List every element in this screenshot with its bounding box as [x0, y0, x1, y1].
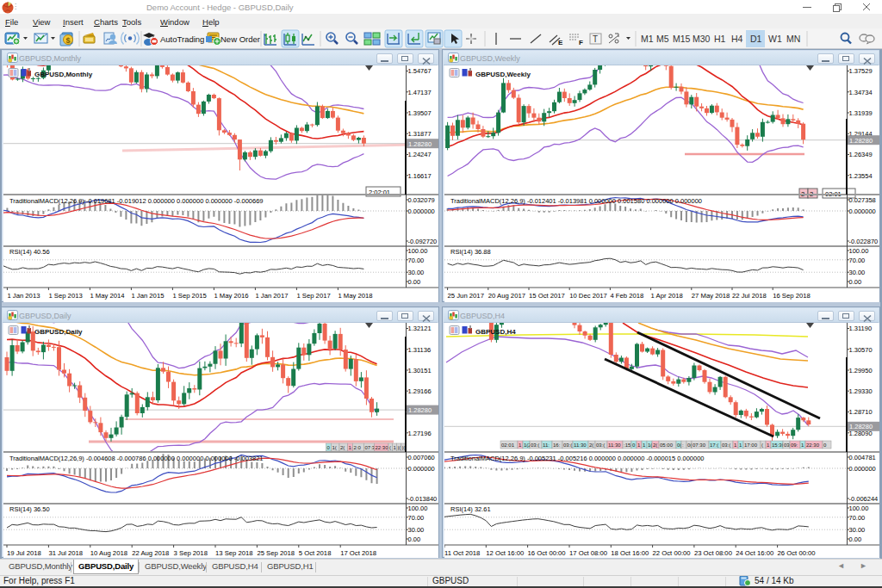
svg-text:30.00: 30.00	[849, 526, 866, 534]
svg-text:11:30: 11:30	[574, 443, 587, 448]
svg-text:1 Jan 2017: 1 Jan 2017	[255, 292, 288, 300]
svg-text:TraditionalMACD(12,26,9) -0.01: TraditionalMACD(12,26,9) -0.019681 -0.01…	[9, 197, 264, 205]
svg-text:0(: 0(	[677, 443, 681, 448]
svg-text:22:30: 22:30	[376, 445, 389, 450]
svg-text:0.027358: 0.027358	[849, 196, 876, 204]
svg-text:MN: MN	[786, 34, 800, 44]
svg-text:-0.022870: -0.022870	[849, 238, 879, 245]
svg-text:1.39507: 1.39507	[408, 109, 432, 117]
svg-text:1.16617: 1.16617	[408, 172, 432, 180]
svg-text:F: F	[579, 39, 583, 46]
svg-text:GBPUSD,Daily: GBPUSD,Daily	[34, 328, 83, 336]
svg-text:2(: 2(	[653, 443, 657, 448]
svg-text:1.31877: 1.31877	[408, 130, 432, 138]
svg-text:100.00: 100.00	[849, 504, 869, 512]
svg-text:4 Feb 2018: 4 Feb 2018	[610, 292, 643, 300]
svg-text:03:(: 03:(	[722, 443, 730, 448]
svg-text:05:00: 05:00	[660, 443, 674, 448]
svg-text:0.004781: 0.004781	[849, 454, 876, 461]
svg-text:1 May 2014: 1 May 2014	[90, 292, 125, 300]
svg-text:RSI(14) 36.50: RSI(14) 36.50	[9, 505, 50, 513]
svg-text:24 Oct 16:00: 24 Oct 16:00	[736, 549, 773, 557]
svg-text:|(: |(	[398, 445, 401, 450]
svg-text:16:: 16:	[553, 443, 561, 448]
svg-text:$: $	[66, 36, 71, 45]
svg-text:1.32121: 1.32121	[408, 325, 432, 332]
svg-text:03:(: 03:(	[596, 443, 605, 448]
svg-text:25 Sep 2018: 25 Sep 2018	[257, 549, 295, 557]
svg-text:1 Jan 2015: 1 Jan 2015	[131, 292, 164, 300]
svg-text:1.24247: 1.24247	[408, 151, 432, 158]
svg-text:1 Apr 2018: 1 Apr 2018	[651, 292, 683, 300]
svg-text:1.30151: 1.30151	[408, 367, 432, 374]
svg-text:1.23554: 1.23554	[849, 172, 873, 180]
svg-text:1(: 1(	[648, 443, 652, 448]
svg-text:1 Sep 2013: 1 Sep 2013	[48, 292, 82, 300]
svg-text:17:00: 17:00	[744, 443, 758, 448]
svg-text:TraditionalMACD(12,26,9) -0.01: TraditionalMACD(12,26,9) -0.012401 -0.01…	[450, 197, 702, 205]
svg-text:5 Oct 2018: 5 Oct 2018	[299, 549, 332, 557]
svg-text:|(: |(	[402, 445, 406, 450]
svg-text:0.00: 0.00	[849, 535, 862, 543]
svg-text:-0.006244: -0.006244	[849, 495, 879, 503]
svg-text:31 Jul 2018: 31 Jul 2018	[48, 549, 83, 557]
svg-text:18 Oct 16:00: 18 Oct 16:00	[611, 549, 649, 557]
svg-text:GBPUSD,Monthly: GBPUSD,Monthly	[34, 71, 93, 78]
svg-text:1.54767: 1.54767	[408, 67, 432, 75]
svg-text:1.34734: 1.34734	[849, 89, 873, 96]
svg-text:13 Sep 2018: 13 Sep 2018	[215, 549, 253, 557]
svg-text:GBPUSD,H4: GBPUSD,H4	[475, 328, 516, 336]
svg-text:D1: D1	[750, 34, 762, 44]
svg-text:02:01: 02:01	[501, 443, 515, 448]
svg-text:70.00: 70.00	[849, 257, 866, 264]
svg-text:1.28280: 1.28280	[849, 137, 873, 145]
svg-text:1.27196: 1.27196	[408, 430, 432, 437]
svg-text:1.31136: 1.31136	[408, 346, 432, 354]
svg-text:100.00: 100.00	[408, 247, 428, 255]
svg-text:GBPUSD,Weekly: GBPUSD,Weekly	[475, 71, 531, 78]
svg-text:22 Jul 2018: 22 Jul 2018	[732, 292, 767, 300]
svg-text:30.00: 30.00	[408, 269, 425, 276]
svg-text:17 Oct 2018: 17 Oct 2018	[340, 549, 376, 557]
svg-text:H4: H4	[731, 34, 743, 44]
svg-text:-0.013840: -0.013840	[408, 495, 438, 503]
svg-text:10 Dec 2017: 10 Dec 2017	[569, 292, 607, 300]
svg-text:M5: M5	[656, 34, 669, 44]
svg-text:0.032079: 0.032079	[408, 196, 435, 204]
svg-text:0.000000: 0.000000	[849, 465, 876, 473]
svg-text:0.00: 0.00	[408, 535, 421, 543]
svg-text:E: E	[558, 39, 563, 46]
svg-text:1.28710: 1.28710	[849, 408, 873, 416]
svg-text:1.28280: 1.28280	[408, 406, 432, 414]
svg-text:15 Oct 2017: 15 Oct 2017	[529, 292, 565, 300]
svg-text:RSI(14) 36.88: RSI(14) 36.88	[450, 248, 491, 256]
svg-text:New Order: New Order	[220, 34, 260, 44]
svg-text:1.29166: 1.29166	[408, 387, 432, 395]
svg-text:H1: H1	[714, 34, 726, 44]
svg-text:30.00: 30.00	[849, 269, 866, 276]
svg-text:1.28280: 1.28280	[849, 423, 873, 430]
svg-text:(: (	[761, 443, 763, 448]
svg-text:1 Sep 2015: 1 Sep 2015	[172, 292, 206, 300]
svg-text:10 Aug 2018: 10 Aug 2018	[90, 549, 127, 557]
svg-text:16 Sep 2018: 16 Sep 2018	[773, 292, 811, 300]
svg-text:19 Jul 2018: 19 Jul 2018	[7, 549, 41, 557]
svg-text:22 Oct 00:00: 22 Oct 00:00	[653, 549, 691, 557]
svg-text:1.31190: 1.31190	[849, 325, 873, 332]
svg-text:70.00: 70.00	[408, 514, 425, 522]
svg-text:M15: M15	[673, 34, 691, 44]
svg-text:70.00: 70.00	[408, 257, 425, 264]
svg-text:T: T	[593, 34, 598, 44]
svg-text:2(: 2(	[589, 443, 593, 448]
svg-text:23 Oct 08:00: 23 Oct 08:00	[694, 549, 732, 557]
svg-text:M30: M30	[693, 34, 711, 44]
svg-text:1 Jan 2013: 1 Jan 2013	[7, 292, 40, 300]
svg-text:03:(: 03:(	[531, 443, 539, 448]
svg-text:0(: 0(	[687, 443, 692, 448]
svg-text:M1: M1	[641, 34, 654, 44]
svg-text:27 May 2018: 27 May 2018	[692, 292, 730, 300]
svg-text:0.000000: 0.000000	[408, 465, 435, 473]
svg-text:1 May 2016: 1 May 2016	[214, 292, 248, 300]
svg-text:W1: W1	[768, 34, 782, 44]
svg-text:1(: 1(	[332, 445, 337, 450]
